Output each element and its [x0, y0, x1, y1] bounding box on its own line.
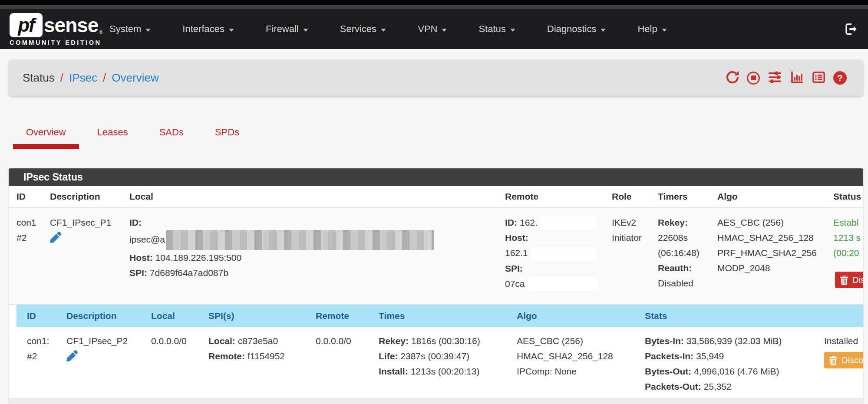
redacted-box — [540, 216, 597, 230]
sliders-icon[interactable] — [767, 70, 782, 86]
col-times: Times — [368, 311, 506, 321]
list-view-icon[interactable] — [812, 70, 826, 86]
col-timers: Timers — [650, 186, 710, 207]
status-text: Installed — [824, 333, 863, 348]
stop-square — [751, 76, 756, 80]
breadcrumb-bar: Status / IPsec / Overview ? — [9, 59, 863, 96]
cell-status: Installed Disco — [814, 327, 863, 398]
ipsec-status-panel: IPsec Status ID Description Local Remote… — [9, 168, 863, 404]
cell-remote: ID:162. Host: 162.1 SPI: 07ca — [497, 208, 604, 304]
breadcrumb-actions: ? — [726, 59, 847, 96]
chevron-down-icon — [662, 29, 667, 32]
chevron-down-icon — [510, 29, 515, 32]
cell-local: ID: ipsec@a Host:104.189.226.195:500 SPI… — [122, 208, 497, 304]
nav-item-diagnostics[interactable]: Diagnostics — [538, 23, 616, 35]
trash-icon — [829, 355, 838, 365]
ipsec-status-table: ID Description Local Remote Role Timers … — [9, 186, 863, 404]
redacted-box — [531, 247, 597, 261]
nav-item-status[interactable]: Status — [469, 23, 525, 35]
disconnect-button[interactable]: Dis — [835, 272, 863, 288]
table-row: con1 #2 CF1_IPsec_P1 ID: ipsec@a Host:10… — [9, 208, 863, 305]
breadcrumb-separator: / — [60, 71, 63, 85]
trash-icon — [840, 275, 848, 285]
col-id: ID — [17, 311, 56, 321]
chevron-down-icon — [145, 29, 151, 32]
chevron-down-icon — [381, 29, 386, 32]
breadcrumb: Status / IPsec / Overview — [23, 59, 159, 96]
cell-algo: AES_CBC (256) HMAC_SHA2_256_128 PRF_HMAC… — [710, 208, 825, 304]
stop-icon[interactable] — [747, 72, 760, 85]
child-header-row: ID Description Local SPI(s) Remote Times… — [17, 305, 863, 327]
tab-spds[interactable]: SPDs — [202, 118, 252, 149]
child-entries-table: ID Description Local SPI(s) Remote Times… — [17, 305, 863, 398]
col-status: Status — [825, 186, 863, 207]
next-row-partial — [9, 398, 863, 404]
col-remote: Remote — [497, 186, 604, 207]
pfsense-logo[interactable]: pf sense ® COMMUNITY EDITION — [10, 13, 102, 46]
chevron-down-icon — [303, 29, 308, 32]
brand-edition-text: COMMUNITY EDITION — [10, 39, 102, 46]
table-header-row: ID Description Local Remote Role Timers … — [9, 186, 863, 208]
edit-pencil-icon[interactable] — [66, 350, 141, 366]
cell-description: CF1_IPsec_P2 — [56, 327, 141, 398]
panel-title: IPsec Status — [9, 168, 863, 186]
nav-item-help[interactable]: Help — [628, 23, 676, 35]
disconnect-button[interactable]: Disco — [824, 352, 863, 368]
col-local: Local — [122, 186, 497, 207]
nav-item-system[interactable]: System — [100, 23, 160, 35]
tab-leases[interactable]: Leases — [84, 118, 141, 149]
child-row: con1: #2 CF1_IPsec_P2 0.0.0.0/0 Local:c8… — [17, 327, 863, 398]
help-icon[interactable]: ? — [833, 71, 847, 85]
cell-status: Establ 1213 s (00:20 Dis — [825, 208, 863, 304]
breadcrumb-root: Status — [23, 71, 55, 85]
cell-algo: AES_CBC (256) HMAC_SHA2_256_128 IPComp: … — [506, 327, 634, 398]
breadcrumb-separator: / — [103, 71, 106, 85]
col-spis: SPI(s) — [198, 311, 305, 321]
top-black-strip — [0, 0, 868, 5]
breadcrumb-page-link[interactable]: Overview — [112, 71, 158, 85]
cell-timers: Rekey: 22608s (06:16:48) Reauth: Disable… — [650, 208, 710, 304]
col-local: Local — [141, 311, 198, 321]
sign-out-icon[interactable] — [843, 22, 858, 38]
col-role: Role — [604, 186, 650, 207]
status-tabs: Overview Leases SADs SPDs — [13, 118, 257, 149]
cell-description: CF1_IPsec_P1 — [42, 208, 122, 304]
chevron-down-icon — [442, 29, 447, 32]
top-gray-strip — [0, 5, 868, 9]
col-description: Description — [42, 186, 122, 207]
status-text: Establ — [833, 215, 863, 230]
tab-overview[interactable]: Overview — [13, 118, 79, 149]
col-stats: Stats — [634, 311, 814, 321]
cell-role: IKEv2 Initiator — [604, 208, 650, 304]
chevron-down-icon — [229, 29, 234, 32]
pf-logo-box: pf — [10, 13, 43, 37]
cell-id: con1 #2 — [9, 208, 42, 304]
breadcrumb-section-link[interactable]: IPsec — [69, 71, 97, 85]
chevron-down-icon — [601, 29, 606, 32]
cell-spis: Local:c873e5a0 Remote:f1154952 — [198, 327, 305, 398]
edit-pencil-icon[interactable] — [50, 232, 122, 247]
refresh-icon[interactable] — [726, 70, 739, 86]
cell-stats: Bytes-In:33,586,939 (32.03 MiB) Packets-… — [634, 327, 814, 398]
cell-times: Rekey:1816s (00:30:16) Life:2387s (00:39… — [368, 327, 506, 398]
col-id: ID — [9, 186, 42, 207]
nav-item-services[interactable]: Services — [330, 23, 396, 35]
nav-item-firewall[interactable]: Firewall — [256, 23, 318, 35]
bar-chart-icon[interactable] — [790, 70, 804, 86]
col-algo: Algo — [506, 311, 634, 321]
cell-remote: 0.0.0.0/0 — [305, 327, 368, 398]
tab-sads[interactable]: SADs — [146, 118, 197, 149]
navbar: pf sense ® COMMUNITY EDITION System Inte… — [0, 9, 868, 49]
redacted-blur — [166, 230, 434, 250]
cell-local: 0.0.0.0/0 — [141, 327, 198, 398]
nav-item-vpn[interactable]: VPN — [408, 23, 456, 35]
redacted-box — [528, 277, 598, 291]
col-algo: Algo — [710, 186, 825, 207]
cell-id: con1: #2 — [17, 327, 56, 398]
col-remote: Remote — [305, 311, 368, 321]
brand-sense-text: sense — [44, 13, 98, 37]
col-description: Description — [56, 311, 141, 321]
nav-menu: System Interfaces Firewall Services VPN … — [100, 9, 689, 49]
nav-item-interfaces[interactable]: Interfaces — [173, 23, 244, 35]
